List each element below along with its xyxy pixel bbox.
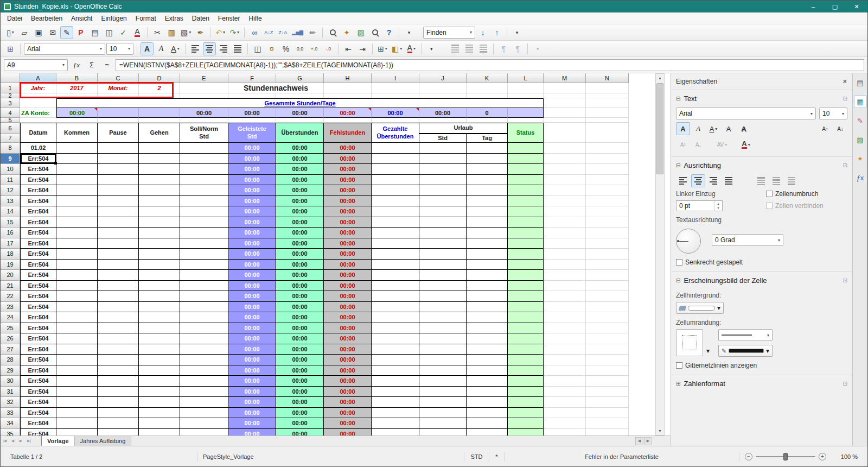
cell-E2[interactable] bbox=[180, 93, 228, 98]
cell-A21[interactable]: Err:504 bbox=[20, 281, 56, 292]
cell-F14[interactable]: 00:00 bbox=[228, 206, 276, 217]
cell-L33[interactable] bbox=[508, 408, 544, 419]
find-box[interactable]: Finden▾ bbox=[423, 27, 475, 39]
redo-dropdown-icon[interactable]: ▾ bbox=[237, 30, 239, 35]
cell-J27[interactable] bbox=[419, 344, 467, 355]
column-header-I[interactable]: I bbox=[372, 73, 419, 83]
cell-J29[interactable] bbox=[419, 365, 467, 376]
cell-K21[interactable] bbox=[467, 281, 508, 292]
find-box-dropdown-icon[interactable]: ▾ bbox=[470, 30, 472, 35]
sheet-tab-jahres-auflistung[interactable]: Jahres Auflistung bbox=[75, 436, 132, 446]
cell-A1[interactable]: Jahr: bbox=[20, 83, 56, 93]
cell-F13[interactable]: 00:00 bbox=[228, 196, 276, 207]
cell-E14[interactable] bbox=[180, 206, 228, 217]
cell-D34[interactable] bbox=[139, 418, 180, 429]
cell-E29[interactable] bbox=[180, 365, 228, 376]
sidebar-superscript-button[interactable]: A¹ bbox=[676, 138, 690, 151]
cell-H23[interactable]: 00:00 bbox=[324, 302, 372, 313]
cell-M30[interactable] bbox=[544, 376, 586, 387]
cell-L30[interactable] bbox=[508, 376, 544, 387]
collapse-alignment-icon[interactable]: ⊟ bbox=[676, 162, 680, 168]
cell-I24[interactable] bbox=[372, 312, 419, 323]
cell-I31[interactable] bbox=[372, 387, 419, 397]
cell-H24[interactable]: 00:00 bbox=[324, 312, 372, 323]
cell-J5[interactable] bbox=[419, 118, 467, 123]
column-header-F[interactable]: F bbox=[228, 73, 276, 83]
cell-I25[interactable] bbox=[372, 323, 419, 334]
cell-F30[interactable]: 00:00 bbox=[228, 376, 276, 387]
cell-L27[interactable] bbox=[508, 344, 544, 355]
cell-B23[interactable] bbox=[56, 302, 98, 313]
cell-M28[interactable] bbox=[544, 355, 586, 365]
cell-F35[interactable]: 00:00 bbox=[228, 429, 276, 436]
cell-G17[interactable]: 00:00 bbox=[276, 238, 324, 249]
cell-D21[interactable] bbox=[139, 281, 180, 292]
undo-dropdown-icon[interactable]: ▾ bbox=[223, 30, 225, 35]
cell-M27[interactable] bbox=[544, 344, 586, 355]
navigator-deck-button[interactable]: ✦ bbox=[854, 152, 867, 165]
help-button[interactable]: ? bbox=[382, 26, 395, 39]
cell-B15[interactable] bbox=[56, 217, 98, 228]
cell-F34[interactable]: 00:00 bbox=[228, 418, 276, 429]
cell-J9[interactable] bbox=[419, 154, 467, 165]
cell-C13[interactable] bbox=[98, 196, 139, 207]
cell-C31[interactable] bbox=[98, 387, 139, 397]
cell-L20[interactable] bbox=[508, 270, 544, 281]
cell-M3[interactable] bbox=[544, 98, 586, 108]
background-color-dropdown-icon[interactable]: ▾ bbox=[717, 304, 720, 312]
cell-E23[interactable] bbox=[180, 302, 228, 313]
cell-N15[interactable] bbox=[586, 217, 629, 228]
export-pdf-button[interactable]: P bbox=[74, 26, 87, 39]
cell-I11[interactable] bbox=[372, 175, 419, 186]
cell-A27[interactable]: Err:504 bbox=[20, 344, 56, 355]
decrease-indent-button[interactable]: ⇤ bbox=[342, 42, 355, 55]
menu-ansicht[interactable]: Ansicht bbox=[67, 12, 97, 24]
cell-F10[interactable]: 00:00 bbox=[228, 164, 276, 175]
copy-button[interactable]: ▥ bbox=[165, 26, 178, 39]
cell-K17[interactable] bbox=[467, 238, 508, 249]
standard-format-button[interactable]: 0.0 bbox=[293, 42, 307, 55]
cell-F25[interactable]: 00:00 bbox=[228, 323, 276, 334]
cell-I10[interactable] bbox=[372, 164, 419, 175]
zoom-slider[interactable] bbox=[756, 456, 815, 457]
cell-M29[interactable] bbox=[544, 365, 586, 376]
cell-E1[interactable] bbox=[180, 83, 228, 93]
cell-H8[interactable]: 00:00 bbox=[324, 143, 372, 154]
cell-J33[interactable] bbox=[419, 408, 467, 419]
indent-down-icon[interactable]: ▾ bbox=[714, 206, 722, 210]
cell-M18[interactable] bbox=[544, 249, 586, 260]
next-sheet-button[interactable]: ▶ bbox=[17, 436, 25, 446]
cell-H34[interactable]: 00:00 bbox=[324, 418, 372, 429]
cell-E8[interactable] bbox=[180, 143, 228, 154]
cell-B12[interactable] bbox=[56, 185, 98, 196]
properties-deck-button[interactable]: ▦ bbox=[854, 95, 867, 108]
cell-I22[interactable] bbox=[372, 291, 419, 302]
cell-N12[interactable] bbox=[586, 185, 629, 196]
vertical-scrollbar-thumb[interactable] bbox=[656, 83, 663, 174]
cell-G30[interactable]: 00:00 bbox=[276, 376, 324, 387]
cell-C35[interactable] bbox=[98, 429, 139, 436]
cell-D28[interactable] bbox=[139, 355, 180, 365]
cell-G4[interactable]: 00:00 bbox=[276, 108, 324, 118]
cell-G8[interactable]: 00:00 bbox=[276, 143, 324, 154]
cell-C23[interactable] bbox=[98, 302, 139, 313]
cell-M6[interactable] bbox=[544, 123, 586, 143]
cell-H25[interactable]: 00:00 bbox=[324, 323, 372, 334]
cell-H5[interactable] bbox=[324, 118, 372, 123]
rotation-degree-dropdown-icon[interactable]: ▾ bbox=[778, 238, 780, 243]
cell-E15[interactable] bbox=[180, 217, 228, 228]
cell-G24[interactable]: 00:00 bbox=[276, 312, 324, 323]
cell-J2[interactable] bbox=[419, 93, 467, 98]
cell-B30[interactable] bbox=[56, 376, 98, 387]
cell-D13[interactable] bbox=[139, 196, 180, 207]
cell-M35[interactable] bbox=[544, 429, 586, 436]
cell-L31[interactable] bbox=[508, 387, 544, 397]
cell-J17[interactable] bbox=[419, 238, 467, 249]
sidebar-shadow-button[interactable]: A bbox=[737, 122, 751, 135]
close-button[interactable]: ✕ bbox=[846, 1, 867, 12]
sidebar-increase-font-button[interactable]: A↑ bbox=[818, 122, 832, 135]
menu-daten[interactable]: Daten bbox=[188, 12, 214, 24]
row-header-21[interactable]: 21 bbox=[1, 281, 20, 292]
cell-N25[interactable] bbox=[586, 323, 629, 334]
cell-F29[interactable]: 00:00 bbox=[228, 365, 276, 376]
